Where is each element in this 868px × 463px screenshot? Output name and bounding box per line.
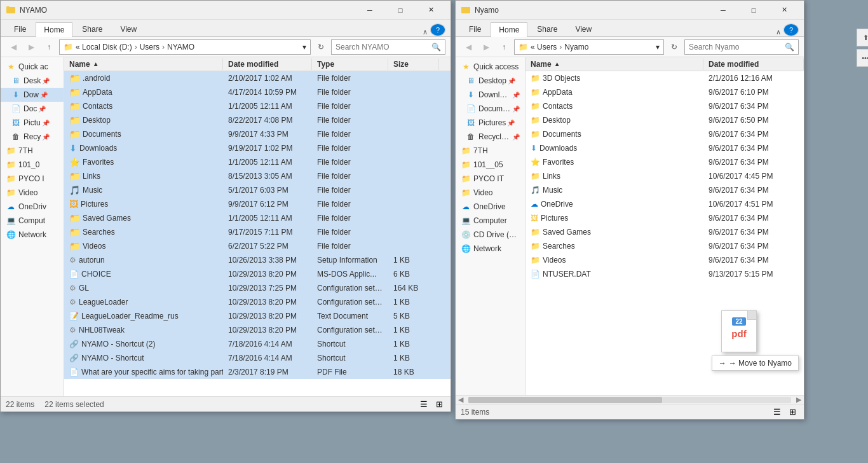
right-sidebar-pyco[interactable]: 📁 PYCO IT	[456, 172, 525, 186]
sidebar-recycle[interactable]: 🗑 Recy 📌	[1, 130, 64, 144]
table-row[interactable]: 🔗NYAMO - Shortcut (2) 7/18/2016 4:14 AM …	[64, 337, 451, 351]
table-row[interactable]: 📁Saved Games 1/1/2005 12:11 AM File fold…	[64, 211, 451, 225]
table-row[interactable]: 📄NTUSER.DAT 9/13/2017 5:15 PM	[526, 267, 804, 281]
breadcrumb-dropdown[interactable]: ▾	[302, 43, 306, 52]
sidebar-onedrive[interactable]: ☁ OneDriv	[1, 200, 64, 214]
sidebar-7th[interactable]: 📁 7TH	[1, 144, 64, 158]
left-breadcrumb[interactable]: 📁 « Local Disk (D:) › Users › NYAMO ▾	[59, 39, 311, 55]
right-scrollbar-h[interactable]: ◀ ▶	[456, 395, 804, 404]
right-up-button[interactable]: ↑	[496, 39, 512, 55]
left-tab-view[interactable]: View	[112, 22, 145, 36]
left-tab-share[interactable]: Share	[74, 22, 111, 36]
right-maximize-button[interactable]: □	[739, 1, 768, 20]
sidebar-desktop[interactable]: 🖥 Desk 📌	[1, 74, 64, 88]
table-row[interactable]: 🖼Pictures 9/6/2017 6:34 PM	[526, 211, 804, 225]
right-search-box[interactable]: 🔍	[684, 39, 799, 55]
table-row[interactable]: 📁Documents 9/9/2017 4:33 PM File folder	[64, 127, 451, 141]
scroll-right-btn[interactable]: ▶	[794, 396, 804, 404]
right-sidebar-downloads[interactable]: ⬇ Downloads 📌	[456, 88, 525, 102]
sidebar-101[interactable]: 📁 101_0	[1, 158, 64, 172]
right-details-view-button[interactable]: ☰	[771, 406, 783, 418]
right-tab-view[interactable]: View	[567, 22, 600, 36]
table-row[interactable]: ⚙GL 10/29/2013 7:25 PM Configuration set…	[64, 281, 451, 295]
left-tab-home[interactable]: Home	[36, 22, 72, 37]
left-forward-button[interactable]: ▶	[24, 39, 39, 55]
right-refresh-button[interactable]: ↻	[667, 39, 682, 55]
table-row[interactable]: 📁AppData 4/17/2014 10:59 PM File folder	[64, 85, 451, 99]
table-row[interactable]: ⚙autorun 10/26/2013 3:38 PM Setup Inform…	[64, 253, 451, 267]
left-refresh-button[interactable]: ↻	[313, 39, 329, 55]
table-row[interactable]: 📁3D Objects 2/1/2016 12:16 AM	[526, 71, 804, 85]
table-row[interactable]: 📁Links 8/15/2013 3:05 AM File folder	[64, 169, 451, 183]
table-row[interactable]: ⭐Favorites 9/6/2017 6:34 PM	[526, 155, 804, 169]
right-tiles-view-button[interactable]: ⊞	[786, 406, 799, 418]
sidebar-quickaccess[interactable]: ★ Quick ac	[1, 60, 64, 74]
table-row[interactable]: 📁Desktop 8/22/2017 4:08 PM File folder	[64, 113, 451, 127]
left-up-button[interactable]: ↑	[41, 39, 57, 55]
scrollbar-track[interactable]	[468, 397, 791, 403]
right-tab-home[interactable]: Home	[491, 22, 527, 37]
right-sidebar-onedrive[interactable]: ☁ OneDrive	[456, 200, 525, 214]
right-sidebar-documents[interactable]: 📄 Documents 📌	[456, 102, 525, 116]
right-sidebar-cdrom[interactable]: 💿 CD Drive (F:) My CDR	[456, 228, 525, 242]
scroll-left-btn[interactable]: ◀	[456, 396, 466, 404]
left-details-view-button[interactable]: ☰	[417, 398, 430, 411]
table-row[interactable]: 📁Contacts 1/1/2005 12:11 AM File folder	[64, 99, 451, 113]
table-row[interactable]: 🔗NYAMO - Shortcut 7/18/2016 4:14 AM Shor…	[64, 351, 451, 365]
table-row[interactable]: 🎵Music 9/6/2017 6:34 PM	[526, 183, 804, 197]
sidebar-documents[interactable]: 📄 Doc 📌	[1, 102, 64, 116]
table-row[interactable]: 📄What are your specific aims for taking …	[64, 365, 451, 379]
table-row[interactable]: 📁Videos 6/2/2017 5:22 PM File folder	[64, 239, 451, 253]
left-maximize-button[interactable]: □	[386, 1, 415, 20]
table-row[interactable]: ⬇Downloads 9/6/2017 6:34 PM	[526, 141, 804, 155]
table-row[interactable]: ⬇Downloads 9/19/2017 1:02 PM File folder	[64, 141, 451, 155]
right-search-icon[interactable]: 🔍	[785, 43, 794, 52]
left-search-input[interactable]	[336, 43, 431, 52]
table-row[interactable]: 📁Links 10/6/2017 4:45 PM	[526, 169, 804, 183]
left-search-icon[interactable]: 🔍	[431, 43, 441, 52]
right-search-input[interactable]	[689, 43, 785, 52]
left-tab-file[interactable]: File	[6, 22, 34, 36]
table-row[interactable]: 📁.android 2/10/2017 1:02 AM File folder	[64, 71, 451, 85]
sidebar-video[interactable]: 📁 Video	[1, 186, 64, 200]
col-size-header[interactable]: Size	[388, 59, 439, 70]
table-row[interactable]: 📁Searches 9/6/2017 6:34 PM	[526, 239, 804, 253]
sidebar-downloads[interactable]: ⬇ Dow 📌	[1, 88, 64, 102]
right-breadcrumb-dropdown[interactable]: ▾	[656, 43, 660, 52]
sidebar-computer[interactable]: 💻 Comput	[1, 214, 64, 228]
right-tab-share[interactable]: Share	[529, 22, 566, 36]
table-row[interactable]: ⚙LeagueLoader 10/29/2013 8:20 PM Configu…	[64, 295, 451, 309]
sidebar-pictures[interactable]: 🖼 Pictu 📌	[1, 116, 64, 130]
table-row[interactable]: 📁Videos 9/6/2017 6:34 PM	[526, 253, 804, 267]
table-row[interactable]: 📁AppData 9/6/2017 6:10 PM	[526, 85, 804, 99]
sidebar-network[interactable]: 🌐 Network	[1, 228, 64, 242]
right-sidebar-7th[interactable]: 📁 7TH	[456, 144, 525, 158]
right-minimize-button[interactable]: ─	[709, 1, 738, 20]
right-sidebar-quickaccess[interactable]: ★ Quick access	[456, 60, 525, 74]
right-col-date-header[interactable]: Date modified	[703, 59, 804, 70]
table-row[interactable]: ⚙NHL08Tweak 10/29/2013 8:20 PM Configura…	[64, 323, 451, 337]
table-row[interactable]: 📁Contacts 9/6/2017 6:34 PM	[526, 99, 804, 113]
col-name-header[interactable]: Name ▲	[64, 59, 223, 70]
left-help-button[interactable]: ?	[430, 24, 445, 36]
right-sidebar-video[interactable]: 📁 Video	[456, 186, 525, 200]
table-row[interactable]: 🖼Pictures 9/9/2017 6:12 PM File folder	[64, 197, 451, 211]
table-row[interactable]: 🎵Music 5/1/2017 6:03 PM File folder	[64, 183, 451, 197]
right-ribbon-expand[interactable]: ∧	[776, 28, 781, 36]
table-row[interactable]: ⭐Favorites 1/1/2005 12:11 AM File folder	[64, 155, 451, 169]
col-date-header[interactable]: Date modified	[223, 59, 312, 70]
right-sidebar-network[interactable]: 🌐 Network	[456, 242, 525, 256]
right-sidebar-desktop[interactable]: 🖥 Desktop 📌	[456, 74, 525, 88]
left-close-button[interactable]: ✕	[416, 1, 445, 20]
right-help-button[interactable]: ?	[783, 24, 799, 36]
sidebar-pyco[interactable]: 📁 PYCO I	[1, 172, 64, 186]
left-tiles-view-button[interactable]: ⊞	[433, 398, 445, 411]
left-minimize-button[interactable]: ─	[355, 1, 384, 20]
table-row[interactable]: 📁Saved Games 9/6/2017 6:34 PM	[526, 225, 804, 239]
table-row[interactable]: 📄CHOICE 10/29/2013 8:20 PM MS-DOS Applic…	[64, 267, 451, 281]
right-sidebar-101[interactable]: 📁 101__05	[456, 158, 525, 172]
col-type-header[interactable]: Type	[312, 59, 388, 70]
left-search-box[interactable]: 🔍	[331, 39, 445, 55]
panel-more-icon[interactable]: •••	[857, 49, 868, 67]
right-close-button[interactable]: ✕	[770, 1, 799, 20]
